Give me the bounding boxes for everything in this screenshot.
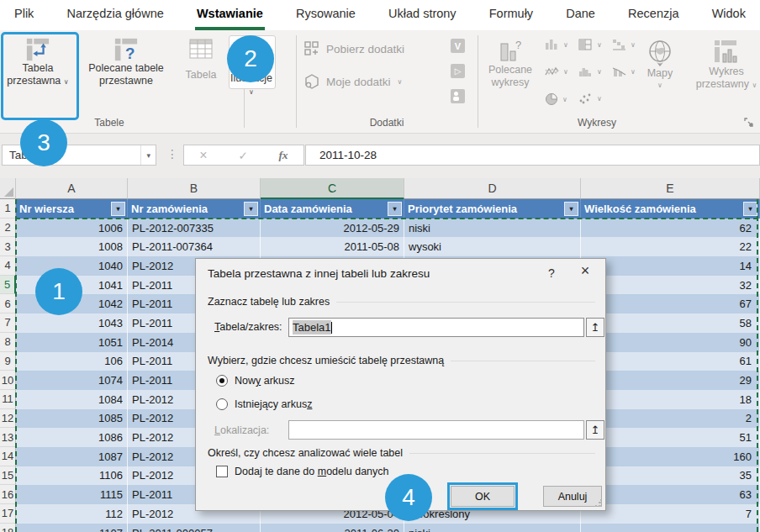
- cell[interactable]: 1051: [16, 333, 128, 352]
- cell[interactable]: 2011-05-08: [261, 237, 404, 256]
- column-header-c[interactable]: C: [261, 178, 404, 199]
- dialog-help-button[interactable]: ?: [542, 266, 561, 280]
- tab-narzedzia-glowne[interactable]: Narzędzia główne: [66, 0, 166, 30]
- tab-plik[interactable]: Plik: [13, 0, 35, 30]
- my-addins-button[interactable]: Moje dodatki ∨: [304, 74, 402, 89]
- pivot-chart-button[interactable]: Wykres przestawny ∨: [694, 39, 758, 92]
- range-selector-button[interactable]: ↥: [586, 318, 604, 337]
- filter-dropdown-icon[interactable]: ▾: [111, 202, 125, 216]
- column-chart-button[interactable]: ∨: [545, 39, 568, 50]
- add-to-data-model-label[interactable]: Dodaj te dane do modelu danych: [235, 466, 389, 477]
- cell[interactable]: 22: [581, 237, 760, 256]
- row-number[interactable]: 6: [0, 294, 16, 313]
- cell[interactable]: 1085: [16, 409, 128, 429]
- row-number[interactable]: 11: [0, 390, 16, 409]
- cell[interactable]: wysoki: [404, 237, 581, 256]
- header-cell[interactable]: Data zamówienia▾: [261, 199, 404, 219]
- column-header-b[interactable]: B: [128, 178, 261, 199]
- row-number[interactable]: 12: [0, 409, 16, 429]
- tab-widok[interactable]: Widok: [710, 0, 747, 30]
- row-number[interactable]: 17: [0, 504, 16, 524]
- cell[interactable]: 1074: [16, 371, 128, 390]
- cancel-button[interactable]: Anuluj: [543, 486, 602, 507]
- cancel-entry-icon[interactable]: ×: [199, 148, 207, 163]
- row-number[interactable]: 13: [0, 428, 16, 447]
- pivot-table-button[interactable]: Tabela przestawna ∨: [5, 37, 71, 88]
- row-number[interactable]: 7: [0, 313, 16, 333]
- column-header-d[interactable]: D: [404, 178, 581, 199]
- cell[interactable]: 62: [581, 219, 760, 238]
- column-header-e[interactable]: E: [581, 178, 760, 199]
- cell[interactable]: 63: [581, 485, 760, 504]
- cell[interactable]: 106: [16, 352, 128, 371]
- header-cell[interactable]: Nr wiersza▾: [16, 199, 128, 219]
- filter-dropdown-icon[interactable]: ▾: [743, 202, 757, 216]
- row-number[interactable]: 1: [0, 199, 16, 219]
- table-range-input[interactable]: Tabela1: [288, 318, 584, 337]
- cell[interactable]: 1087: [16, 447, 128, 466]
- cell[interactable]: PL-2012-007335: [128, 219, 261, 238]
- row-number[interactable]: 15: [0, 466, 16, 486]
- cell[interactable]: PL-2011-007364: [128, 237, 261, 256]
- bing-addin-icon[interactable]: ▷: [451, 64, 465, 78]
- cell[interactable]: 1006: [16, 219, 128, 238]
- cell[interactable]: 2012-05-29: [261, 219, 404, 238]
- tab-uklad-strony[interactable]: Układ strony: [387, 0, 458, 30]
- row-number[interactable]: 14: [0, 447, 16, 466]
- maps-button[interactable]: Mapy ∨: [639, 39, 681, 89]
- cell[interactable]: 1043: [16, 313, 128, 333]
- column-header-a[interactable]: A: [16, 178, 128, 199]
- cell[interactable]: 1106: [16, 466, 128, 486]
- row-number[interactable]: 3: [0, 237, 16, 256]
- cell[interactable]: niski: [404, 219, 581, 238]
- resize-grip-icon[interactable]: [594, 499, 603, 508]
- tab-wstawianie[interactable]: Wstawianie: [195, 0, 265, 30]
- combo-chart-button[interactable]: ∨: [612, 66, 636, 77]
- cell[interactable]: PL-2011-000057: [128, 524, 261, 532]
- cell[interactable]: 67: [581, 294, 760, 313]
- get-addins-button[interactable]: Pobierz dodatki: [304, 41, 404, 56]
- cell[interactable]: 1107: [16, 524, 128, 532]
- table-button[interactable]: Tabela: [180, 39, 222, 82]
- cell[interactable]: 51: [581, 428, 760, 447]
- row-number[interactable]: 8: [0, 333, 16, 352]
- radio-new-worksheet[interactable]: [216, 375, 228, 387]
- cell[interactable]: niski: [404, 524, 581, 532]
- formula-input[interactable]: 2011-10-28: [305, 145, 760, 166]
- filter-dropdown-icon[interactable]: ▾: [564, 202, 578, 216]
- cell[interactable]: 58: [581, 313, 760, 333]
- pie-chart-button[interactable]: ∨: [545, 92, 567, 106]
- dialog-launcher-icon[interactable]: [743, 117, 754, 128]
- cell[interactable]: 14: [581, 256, 760, 276]
- row-number[interactable]: 16: [0, 485, 16, 504]
- tab-dane[interactable]: Dane: [564, 0, 597, 30]
- line-chart-button[interactable]: ∨: [545, 66, 568, 77]
- waterfall-chart-button[interactable]: ∨: [612, 39, 636, 50]
- ok-button[interactable]: OK: [451, 486, 515, 507]
- row-number[interactable]: 4: [0, 256, 16, 276]
- row-number[interactable]: 5: [0, 276, 16, 295]
- header-cell[interactable]: Nr zamówienia▾: [128, 199, 261, 219]
- insert-function-icon[interactable]: fx: [278, 149, 288, 162]
- recommended-charts-button[interactable]: ? Polecane wykresy: [484, 39, 536, 89]
- hierarchy-chart-button[interactable]: ∨: [578, 39, 602, 50]
- cell[interactable]: 90: [581, 333, 760, 352]
- cell[interactable]: 1086: [16, 428, 128, 447]
- add-to-data-model-checkbox[interactable]: [216, 466, 228, 477]
- range-selector-button[interactable]: ↥: [586, 420, 604, 440]
- confirm-entry-icon[interactable]: ✓: [238, 149, 247, 162]
- row-number[interactable]: 18: [0, 524, 16, 532]
- cell[interactable]: 112: [16, 504, 128, 524]
- cell[interactable]: 2: [581, 409, 760, 429]
- row-number[interactable]: 2: [0, 219, 16, 238]
- radio-existing-worksheet-label[interactable]: Istniejący arkusz: [235, 398, 312, 410]
- tab-formuly[interactable]: Formuły: [488, 0, 535, 30]
- location-input[interactable]: [288, 420, 584, 440]
- scatter-chart-button[interactable]: ∨: [578, 92, 602, 104]
- radio-new-worksheet-label[interactable]: Nowy arkusz: [235, 375, 295, 387]
- tab-rysowanie[interactable]: Rysowanie: [294, 0, 357, 30]
- recommended-pivottables-button[interactable]: ? Polecane tabele przestawne: [76, 37, 177, 87]
- select-all-corner[interactable]: [0, 178, 16, 199]
- dialog-close-button[interactable]: ×: [573, 262, 598, 280]
- row-number[interactable]: 10: [0, 371, 16, 390]
